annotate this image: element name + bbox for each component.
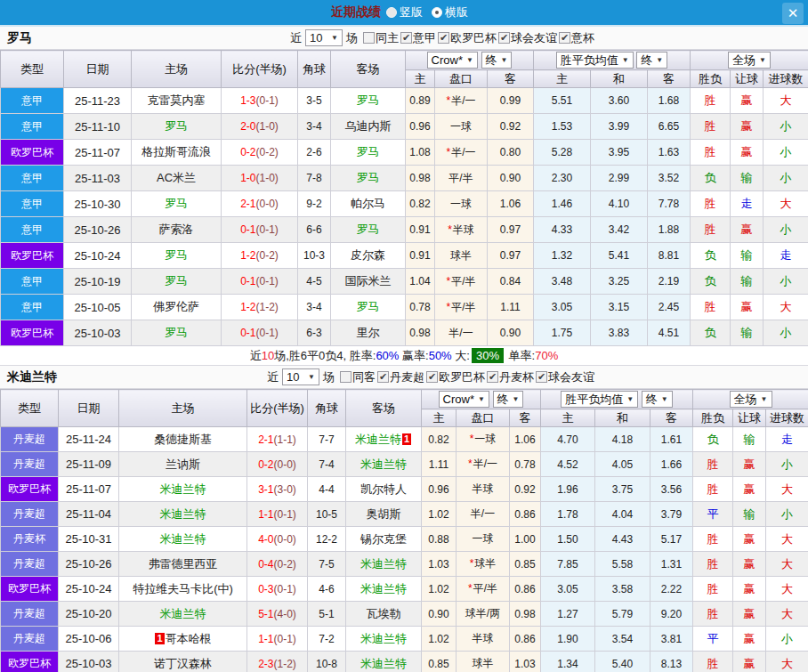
col-date: 日期 — [64, 51, 132, 88]
avg-home-cell: 2.30 — [534, 166, 591, 191]
home-team-cell: 米迪兰特 — [119, 477, 247, 502]
league-badge: 欧罗巴杯 — [1, 140, 64, 166]
corners-cell: 12-2 — [308, 527, 346, 552]
team-label: 米迪兰特 — [360, 457, 407, 471]
fulltime-group-header: 全场▼ — [693, 390, 808, 409]
odds-away-cell: 0.98 — [510, 602, 541, 627]
chevron-down-icon: ▼ — [661, 395, 668, 403]
handicap-star: * — [446, 146, 450, 158]
score-cell: 2-3(1-2) — [247, 652, 308, 672]
bookmaker-select[interactable]: Crow*▼ — [427, 52, 478, 69]
odds-stage-value: 终 — [486, 53, 497, 69]
radio-icon[interactable] — [386, 7, 397, 18]
score-cell: 2-1(1-1) — [247, 427, 308, 452]
match-date: 25-10-19 — [64, 269, 132, 295]
team-label: 罗马 — [357, 145, 380, 158]
avg-stage-select[interactable]: 终▼ — [636, 52, 667, 69]
filter-label: 欧罗巴杯 — [450, 30, 497, 46]
match-row: 欧罗巴杯25-10-24特拉维夫马卡比(中)0-3(0-1)4-6米迪兰特1.0… — [1, 577, 808, 602]
odds-stage-select[interactable]: 终▼ — [481, 52, 513, 69]
league-filters: 同主✔意甲✔欧罗巴杯✔球会友谊✔意杯 — [361, 30, 594, 46]
avg-select[interactable]: 胜平负均值▼ — [556, 52, 634, 69]
filter-item: ✔欧罗巴杯 — [426, 369, 485, 385]
checkbox-icon[interactable]: ✔ — [487, 371, 498, 383]
handicap-cell: *平/半 — [435, 269, 488, 295]
match-count-select[interactable]: 10▼ — [305, 29, 343, 46]
bookmaker-select[interactable]: Crow*▼ — [439, 391, 489, 408]
checkbox-icon[interactable] — [363, 32, 375, 44]
league-badge: 欧罗巴杯 — [1, 577, 59, 602]
avg-value: 胜平负均值 — [561, 53, 618, 69]
away-team-cell: 奥胡斯 — [346, 502, 422, 527]
match-date: 25-10-05 — [64, 295, 132, 320]
match-row: 意甲25-10-19罗马0-1(0-1)4-5国际米兰1.04*平/半0.843… — [1, 269, 808, 295]
summary-part: 50% — [429, 349, 452, 362]
summary-part: 60% — [376, 349, 399, 362]
summary-part: 场,胜6平0负4, — [274, 349, 350, 362]
goals-result-cell: 走 — [766, 427, 808, 452]
col-home: 主场 — [132, 51, 222, 88]
checkbox-icon[interactable]: ✔ — [536, 371, 547, 383]
fulltime-value: 全场 — [734, 392, 757, 408]
league-badge: 意甲 — [1, 295, 64, 320]
score-cell: 0-2(0-0) — [247, 452, 308, 477]
handicap-result-cell: 输 — [731, 320, 764, 346]
checkbox-icon[interactable]: ✔ — [559, 32, 570, 44]
avg-away-cell: 1.61 — [650, 427, 693, 452]
avg-stage-select[interactable]: 终▼ — [642, 391, 673, 408]
fulltime-select[interactable]: 全场▼ — [728, 52, 771, 69]
checkbox-icon[interactable] — [340, 371, 351, 383]
league-badge: 欧罗巴杯 — [1, 243, 64, 269]
avg-stage-value: 终 — [641, 53, 652, 69]
title-bar: 近期战绩 竖版横版 ✕ — [0, 0, 808, 27]
filter-label: 同客 — [352, 369, 376, 385]
handicap-cell: 平/半 — [435, 166, 488, 191]
home-team-cell: 特拉维夫马卡比(中) — [119, 577, 247, 602]
checkbox-icon[interactable]: ✔ — [426, 371, 438, 383]
league-badge: 意甲 — [1, 217, 64, 243]
handicap-result-cell: 赢 — [731, 140, 764, 166]
away-team-cell: 米迪兰特 — [346, 552, 422, 577]
odds-stage-select[interactable]: 终▼ — [493, 391, 524, 408]
summary-bar: 近10场,胜6平0负4, 胜率:60% 赢率:50% 大:30% 单率:70% — [0, 346, 808, 366]
checkbox-icon[interactable]: ✔ — [438, 32, 449, 44]
rank-badge: 1 — [155, 633, 164, 644]
avg-draw-cell: 4.04 — [595, 502, 650, 527]
handicap-result-cell: 赢 — [733, 652, 766, 672]
radio-icon[interactable] — [432, 7, 442, 18]
result-cell: 负 — [691, 269, 731, 295]
checkbox-icon[interactable]: ✔ — [400, 32, 412, 44]
sub-avg-away: 客 — [648, 70, 691, 88]
away-team-cell: 罗马 — [331, 140, 406, 166]
team-label: 罗马 — [165, 274, 188, 287]
checkbox-icon[interactable]: ✔ — [377, 371, 389, 383]
avg-draw-cell: 3.15 — [591, 295, 648, 320]
match-row: 丹麦超25-11-09兰讷斯0-2(0-0)7-4米迪兰特1.11*半/一0.7… — [1, 452, 808, 477]
fulltime-select[interactable]: 全场▼ — [730, 391, 772, 408]
handicap-result-cell: 赢 — [733, 602, 766, 627]
team-label: 罗马 — [165, 197, 188, 210]
bookmaker-value: Crow* — [432, 53, 463, 67]
checkbox-icon[interactable]: ✔ — [498, 32, 510, 44]
avg-select[interactable]: 胜平负均值▼ — [561, 391, 638, 408]
result-cell: 胜 — [691, 295, 731, 320]
corners-cell: 7-4 — [308, 452, 346, 477]
team-label: 锡尔克堡 — [360, 532, 407, 546]
odds-home-cell: 1.03 — [422, 552, 457, 577]
chevron-down-icon: ▼ — [656, 56, 663, 64]
handicap-cell: 半/一 — [435, 320, 488, 346]
filter-item: ✔球会友谊 — [498, 30, 557, 46]
avg-stage-value: 终 — [646, 392, 658, 408]
goals-result-cell: 走 — [764, 243, 808, 269]
odds-away-cell: 0.97 — [488, 243, 534, 269]
avg-draw-cell: 4.43 — [595, 527, 650, 552]
odds-away-cell: 0.90 — [488, 166, 534, 191]
match-count-select[interactable]: 10▼ — [282, 368, 319, 385]
sub-home: 主 — [406, 70, 435, 88]
result-cell: 胜 — [691, 140, 731, 166]
filter-item: 同主 — [363, 30, 399, 46]
odds-home-cell: 0.90 — [422, 602, 457, 627]
league-badge: 意甲 — [1, 191, 64, 217]
match-date: 25-11-04 — [59, 502, 119, 527]
close-button[interactable]: ✕ — [782, 3, 804, 24]
